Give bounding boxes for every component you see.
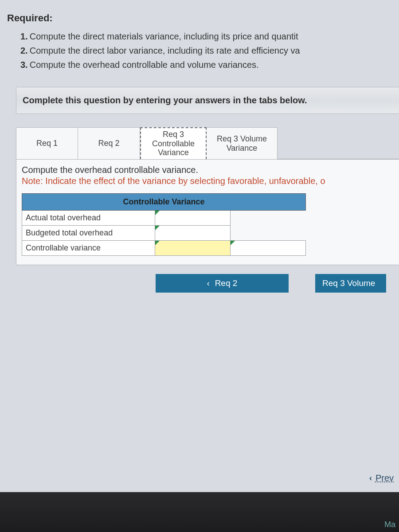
next-tab-label: Req 3 Volume — [322, 278, 375, 288]
panel-note: Note: Indicate the effect of the varianc… — [16, 176, 399, 193]
empty-cell — [231, 226, 306, 241]
table-header-controllable: Controllable Variance — [22, 194, 306, 211]
panel-instruction: Compute the overhead controllable varian… — [16, 165, 399, 176]
tab-req3-volume[interactable]: Req 3 Volume Variance — [207, 127, 278, 159]
prev-tab-button[interactable]: ‹ Req 2 — [156, 274, 289, 293]
requirement-item: 2.Compute the direct labor variance, inc… — [20, 44, 399, 57]
instruction-banner: Complete this question by entering your … — [16, 87, 399, 114]
list-number: 3. — [20, 60, 28, 70]
chevron-left-icon: ‹ — [207, 279, 210, 288]
bottom-bar: Ma — [0, 492, 399, 532]
row-label: Controllable variance — [22, 241, 155, 256]
row-label: Actual total overhead — [22, 211, 155, 226]
variance-effect-select[interactable] — [234, 243, 302, 253]
budgeted-overhead-input-cell[interactable] — [155, 226, 231, 241]
chevron-left-icon: ‹ — [369, 473, 372, 483]
controllable-variance-input[interactable] — [159, 243, 227, 253]
row-label: Budgeted total overhead — [22, 226, 155, 241]
next-tab-button[interactable]: Req 3 Volume — [315, 274, 386, 293]
tab-bar: Req 1 Req 2 Req 3 Controllable Variance … — [16, 127, 399, 159]
editable-marker-icon — [155, 211, 160, 215]
editable-marker-icon — [155, 241, 160, 245]
tab-panel: Compute the overhead controllable varian… — [16, 159, 399, 265]
requirement-text: Compute the direct materials variance, i… — [30, 31, 298, 41]
pager-prev[interactable]: ‹ Prev — [369, 473, 394, 483]
actual-overhead-input[interactable] — [159, 213, 227, 223]
pager-prev-label: Prev — [376, 473, 394, 483]
empty-cell — [231, 211, 306, 226]
editable-marker-icon — [231, 241, 235, 245]
tab-req3-controllable[interactable]: Req 3 Controllable Variance — [140, 127, 207, 159]
editable-marker-icon — [155, 226, 160, 230]
table-row: Budgeted total overhead — [22, 226, 306, 241]
actual-overhead-input-cell[interactable] — [155, 211, 231, 226]
requirement-text: Compute the direct labor variance, inclu… — [30, 46, 300, 55]
required-heading: Required: — [7, 12, 399, 24]
requirements-list: 1.Compute the direct materials variance,… — [20, 30, 399, 71]
bottom-bar-text: Ma — [384, 520, 395, 529]
table-row: Actual total overhead — [22, 211, 306, 226]
table-row: Controllable variance — [22, 241, 306, 256]
variance-effect-select-cell[interactable] — [231, 241, 306, 256]
list-number: 1. — [20, 31, 28, 41]
list-number: 2. — [20, 46, 28, 55]
tab-req1[interactable]: Req 1 — [16, 127, 78, 159]
prev-tab-label: Req 2 — [215, 278, 238, 288]
tab-req2[interactable]: Req 2 — [78, 127, 140, 159]
variance-table: Controllable Variance Actual total overh… — [22, 193, 306, 256]
requirement-item: 1.Compute the direct materials variance,… — [20, 30, 399, 43]
requirement-item: 3.Compute the overhead controllable and … — [20, 59, 399, 71]
requirement-text: Compute the overhead controllable and vo… — [30, 60, 259, 70]
budgeted-overhead-input[interactable] — [159, 228, 227, 238]
controllable-variance-input-cell[interactable] — [155, 241, 231, 256]
